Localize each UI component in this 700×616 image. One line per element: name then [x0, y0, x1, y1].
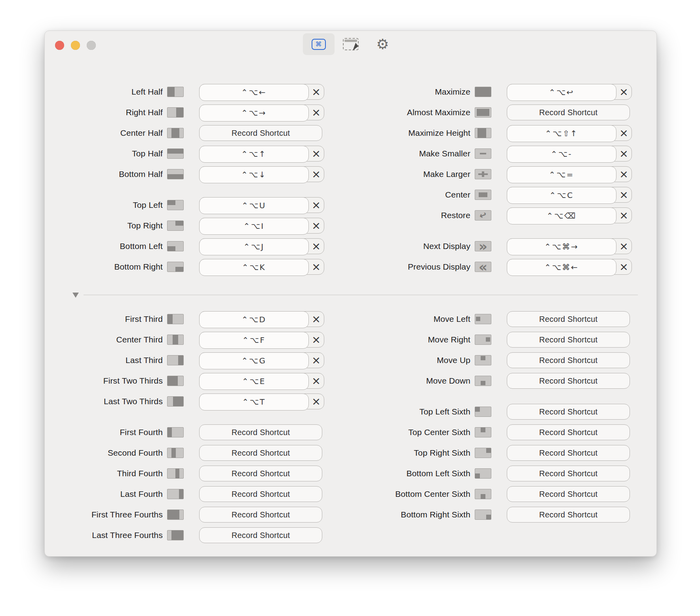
record-shortcut-button[interactable]: Record Shortcut: [199, 424, 322, 440]
shortcut-field[interactable]: ⌃⌥←×: [199, 84, 324, 100]
record-shortcut-button[interactable]: Record Shortcut: [507, 507, 630, 523]
shortcut-value[interactable]: ⌃⌥=: [507, 166, 616, 183]
record-shortcut-button[interactable]: Record Shortcut: [507, 486, 630, 502]
shortcut-value[interactable]: ⌃⌥↑: [199, 146, 309, 163]
shortcut-value[interactable]: ⌃⌥-: [507, 146, 616, 163]
clear-shortcut-button[interactable]: ×: [308, 353, 324, 367]
shortcut-field[interactable]: ⌃⌥⌘→×: [507, 238, 632, 254]
shortcut-value[interactable]: ⌃⌥K: [199, 259, 309, 276]
section-collapse-triangle-icon[interactable]: [72, 293, 79, 298]
shortcut-value[interactable]: ⌃⌥T: [199, 394, 309, 411]
clear-shortcut-button[interactable]: ×: [308, 105, 324, 120]
clear-shortcut-button[interactable]: ×: [616, 239, 632, 253]
last-fourth-icon: [167, 489, 184, 499]
third-fourth-icon: [167, 468, 184, 479]
bottom-left-sixth-icon: [475, 468, 491, 479]
clear-shortcut-button[interactable]: ×: [616, 167, 632, 181]
tab-snap-areas[interactable]: [335, 33, 367, 55]
clear-shortcut-button[interactable]: ×: [616, 84, 632, 99]
clear-shortcut-button[interactable]: ×: [308, 198, 324, 212]
clear-shortcut-button[interactable]: ×: [616, 125, 632, 140]
record-shortcut-button[interactable]: Record Shortcut: [199, 125, 322, 141]
shortcut-value[interactable]: ⌃⌥D: [199, 311, 309, 328]
shortcut-field[interactable]: ⌃⌥⌫×: [507, 207, 632, 223]
clear-shortcut-button[interactable]: ×: [616, 208, 632, 222]
shortcut-field[interactable]: ⌃⌥K×: [199, 259, 324, 275]
record-shortcut-button[interactable]: Record Shortcut: [507, 404, 630, 420]
clear-shortcut-button[interactable]: ×: [308, 84, 324, 99]
shortcut-value[interactable]: ⌃⌥C: [507, 187, 616, 204]
record-shortcut-button[interactable]: Record Shortcut: [507, 373, 630, 389]
clear-shortcut-button[interactable]: ×: [308, 394, 324, 409]
action-label: Center: [352, 190, 470, 200]
shortcut-field[interactable]: ⌃⌥G×: [199, 352, 324, 368]
shortcut-value[interactable]: ⌃⌥G: [199, 352, 309, 369]
shortcut-field[interactable]: ⌃⌥T×: [199, 394, 324, 409]
shortcut-field[interactable]: ⌃⌥⌘←×: [507, 259, 632, 275]
record-shortcut-button[interactable]: Record Shortcut: [199, 445, 322, 461]
top-half-icon: [167, 148, 184, 159]
shortcut-value[interactable]: ⌃⌥⌫: [507, 207, 616, 224]
shortcut-value[interactable]: ⌃⌥⌘←: [507, 259, 616, 276]
action-row: Previous Display«⌃⌥⌘←×: [352, 257, 632, 277]
shortcut-value[interactable]: ⌃⌥⇧↑: [507, 125, 616, 142]
shortcut-value[interactable]: ⌃⌥→: [199, 105, 309, 122]
shortcut-field[interactable]: ⌃⌥↓×: [199, 166, 324, 182]
shortcut-field[interactable]: ⌃⌥C×: [507, 187, 632, 203]
tab-keyboard-shortcuts[interactable]: ⌘: [303, 33, 335, 55]
minimize-button[interactable]: [71, 41, 80, 50]
action-label: Bottom Center Sixth: [352, 489, 470, 499]
clear-shortcut-button[interactable]: ×: [308, 218, 324, 233]
group-thirds: First Third⌃⌥D×Center Third⌃⌥F×Last Thir…: [45, 309, 324, 412]
clear-shortcut-button[interactable]: ×: [308, 373, 324, 388]
shortcut-field[interactable]: ⌃⌥U×: [199, 197, 324, 213]
shortcut-value[interactable]: ⌃⌥E: [199, 373, 309, 390]
clear-shortcut-button[interactable]: ×: [308, 332, 324, 347]
tab-settings[interactable]: ⚙: [367, 33, 399, 55]
shortcut-field[interactable]: ⌃⌥↩×: [507, 84, 632, 100]
clear-shortcut-button[interactable]: ×: [308, 146, 324, 161]
record-shortcut-button[interactable]: Record Shortcut: [507, 424, 630, 440]
record-shortcut-button[interactable]: Record Shortcut: [199, 507, 322, 523]
shortcut-value[interactable]: ⌃⌥←: [199, 84, 309, 101]
clear-shortcut-button[interactable]: ×: [616, 187, 632, 202]
record-shortcut-button[interactable]: Record Shortcut: [507, 311, 630, 327]
clear-shortcut-button[interactable]: ×: [308, 167, 324, 181]
shortcut-field[interactable]: ⌃⌥⇧↑×: [507, 125, 632, 141]
shortcut-value[interactable]: ⌃⌥⌘→: [507, 238, 616, 255]
shortcut-field[interactable]: ⌃⌥=×: [507, 166, 632, 182]
action-row: Center⌃⌥C×: [352, 184, 632, 205]
zoom-button[interactable]: [87, 41, 96, 50]
shortcut-field[interactable]: ⌃⌥-×: [507, 146, 632, 162]
record-shortcut-button[interactable]: Record Shortcut: [507, 445, 630, 461]
clear-shortcut-button[interactable]: ×: [308, 312, 324, 326]
restore-icon: ↩: [475, 210, 491, 221]
record-shortcut-button[interactable]: Record Shortcut: [199, 466, 322, 481]
shortcut-value[interactable]: ⌃⌥↩: [507, 84, 616, 101]
shortcut-field[interactable]: ⌃⌥I×: [199, 218, 324, 234]
shortcut-field[interactable]: ⌃⌥J×: [199, 238, 324, 254]
maximize-height-icon: [475, 128, 491, 138]
clear-shortcut-button[interactable]: ×: [616, 146, 632, 161]
record-shortcut-button[interactable]: Record Shortcut: [507, 466, 630, 481]
record-shortcut-button[interactable]: Record Shortcut: [199, 486, 322, 502]
clear-shortcut-button[interactable]: ×: [308, 259, 324, 274]
record-shortcut-button[interactable]: Record Shortcut: [199, 527, 322, 543]
clear-shortcut-button[interactable]: ×: [308, 239, 324, 253]
shortcut-field[interactable]: ⌃⌥E×: [199, 373, 324, 389]
shortcut-value[interactable]: ⌃⌥↓: [199, 166, 309, 183]
shortcut-field[interactable]: ⌃⌥↑×: [199, 146, 324, 162]
close-button[interactable]: [55, 41, 64, 50]
record-shortcut-button[interactable]: Record Shortcut: [507, 105, 630, 120]
shortcut-field[interactable]: ⌃⌥D×: [199, 311, 324, 327]
clear-shortcut-button[interactable]: ×: [616, 259, 632, 274]
shortcut-field[interactable]: ⌃⌥F×: [199, 332, 324, 348]
record-shortcut-button[interactable]: Record Shortcut: [507, 332, 630, 348]
shortcut-value[interactable]: ⌃⌥I: [199, 218, 309, 235]
shortcut-value[interactable]: ⌃⌥F: [199, 332, 309, 349]
last-two-thirds-icon: [167, 396, 184, 407]
record-shortcut-button[interactable]: Record Shortcut: [507, 352, 630, 368]
shortcut-value[interactable]: ⌃⌥J: [199, 238, 309, 255]
shortcut-field[interactable]: ⌃⌥→×: [199, 105, 324, 120]
shortcut-value[interactable]: ⌃⌥U: [199, 197, 309, 214]
